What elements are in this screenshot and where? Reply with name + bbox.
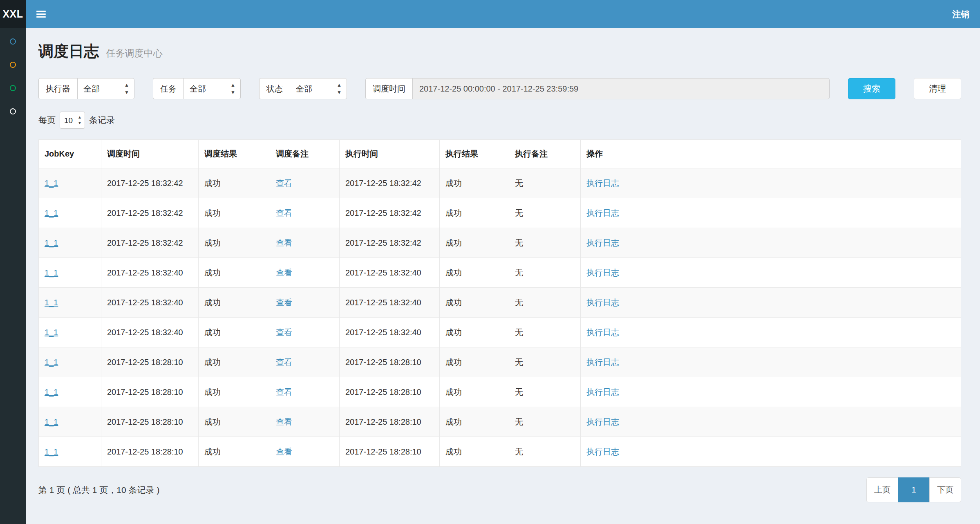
col-header-handle-time[interactable]: 执行时间 xyxy=(340,140,440,168)
page-subtitle: 任务调度中心 xyxy=(106,48,163,58)
action-link[interactable]: 执行日志 xyxy=(586,447,619,456)
table-row: 1_12017-12-25 18:32:42成功查看2017-12-25 18:… xyxy=(39,168,961,198)
col-header-handle-result[interactable]: 执行结果 xyxy=(440,140,509,168)
cell-handle-result: 成功 xyxy=(440,288,509,318)
current-page-button[interactable]: 1 xyxy=(898,477,930,502)
cell-trigger-time: 2017-12-25 18:28:10 xyxy=(101,437,199,467)
cell-trigger-time: 2017-12-25 18:32:42 xyxy=(101,228,199,258)
cell-trigger-result: 成功 xyxy=(199,318,270,347)
cell-trigger-remark: 查看 xyxy=(270,407,340,437)
next-page-button[interactable]: 下页 xyxy=(929,477,961,502)
cell-trigger-remark: 查看 xyxy=(270,258,340,288)
trigger-remark-link[interactable]: 查看 xyxy=(276,238,292,247)
trigger-remark-link[interactable]: 查看 xyxy=(276,298,292,307)
col-header-handle-remark[interactable]: 执行备注 xyxy=(509,140,581,168)
cell-jobkey: 1_1 xyxy=(39,228,101,258)
clear-button[interactable]: 清理 xyxy=(914,78,961,99)
cell-handle-result: 成功 xyxy=(440,228,509,258)
action-link[interactable]: 执行日志 xyxy=(586,328,619,337)
sidebar-item-3[interactable] xyxy=(0,76,26,100)
cell-handle-time: 2017-12-25 18:32:42 xyxy=(340,198,440,228)
trigger-remark-link[interactable]: 查看 xyxy=(276,387,292,396)
top-navbar: XXL 注销 xyxy=(0,0,980,28)
log-table-header: JobKey 调度时间 调度结果 调度备注 执行时间 执行结果 执行备注 操作 xyxy=(39,140,961,168)
action-link[interactable]: 执行日志 xyxy=(586,417,619,426)
jobkey-link[interactable]: 1_1 xyxy=(45,417,58,426)
cell-handle-result: 成功 xyxy=(440,318,509,347)
status-select[interactable]: 全部 xyxy=(290,78,347,99)
navbar-main: 注销 xyxy=(26,0,980,28)
sidebar-item-1[interactable] xyxy=(0,30,26,53)
cell-trigger-time: 2017-12-25 18:32:40 xyxy=(101,258,199,288)
cell-handle-remark: 无 xyxy=(509,168,581,198)
search-button[interactable]: 搜索 xyxy=(848,78,895,99)
cell-action: 执行日志 xyxy=(581,407,961,437)
cell-trigger-result: 成功 xyxy=(199,168,270,198)
cell-trigger-remark: 查看 xyxy=(270,377,340,407)
hamburger-icon xyxy=(36,11,46,12)
col-header-trigger-result[interactable]: 调度结果 xyxy=(199,140,270,168)
cell-handle-result: 成功 xyxy=(440,407,509,437)
cell-trigger-result: 成功 xyxy=(199,407,270,437)
action-link[interactable]: 执行日志 xyxy=(586,358,619,367)
cell-trigger-remark: 查看 xyxy=(270,228,340,258)
col-header-trigger-remark[interactable]: 调度备注 xyxy=(270,140,340,168)
cell-action: 执行日志 xyxy=(581,258,961,288)
cell-action: 执行日志 xyxy=(581,288,961,318)
trigger-remark-link[interactable]: 查看 xyxy=(276,417,292,426)
cell-handle-result: 成功 xyxy=(440,198,509,228)
cell-trigger-time: 2017-12-25 18:28:10 xyxy=(101,347,199,377)
jobkey-link[interactable]: 1_1 xyxy=(45,298,58,307)
trigger-remark-link[interactable]: 查看 xyxy=(276,328,292,337)
executor-select[interactable]: 全部 xyxy=(77,78,134,99)
status-filter-label: 状态 xyxy=(259,78,290,99)
col-header-action[interactable]: 操作 xyxy=(581,140,961,168)
page-size-select[interactable]: 10 xyxy=(60,112,85,129)
cell-handle-time: 2017-12-25 18:32:40 xyxy=(340,318,440,347)
table-row: 1_12017-12-25 18:28:10成功查看2017-12-25 18:… xyxy=(39,377,961,407)
action-link[interactable]: 执行日志 xyxy=(586,298,619,307)
action-link[interactable]: 执行日志 xyxy=(586,208,619,217)
jobkey-link[interactable]: 1_1 xyxy=(45,328,58,337)
cell-action: 执行日志 xyxy=(581,437,961,467)
sidebar-toggle-button[interactable] xyxy=(36,11,46,18)
jobkey-link[interactable]: 1_1 xyxy=(45,238,58,247)
trigger-remark-link[interactable]: 查看 xyxy=(276,268,292,277)
cell-trigger-time: 2017-12-25 18:32:40 xyxy=(101,318,199,347)
sidebar-item-4[interactable] xyxy=(0,100,26,123)
action-link[interactable]: 执行日志 xyxy=(586,268,619,277)
action-link[interactable]: 执行日志 xyxy=(586,387,619,396)
action-link[interactable]: 执行日志 xyxy=(586,179,619,188)
job-select[interactable]: 全部 xyxy=(183,78,241,99)
cell-jobkey: 1_1 xyxy=(39,288,101,318)
trigger-remark-link[interactable]: 查看 xyxy=(276,208,292,217)
sidebar xyxy=(0,28,26,524)
schedule-time-input[interactable] xyxy=(412,78,830,99)
jobkey-link[interactable]: 1_1 xyxy=(45,447,58,456)
logout-link[interactable]: 注销 xyxy=(952,9,969,20)
trigger-remark-link[interactable]: 查看 xyxy=(276,179,292,188)
cell-jobkey: 1_1 xyxy=(39,198,101,228)
cell-trigger-result: 成功 xyxy=(199,258,270,288)
header-row: JobKey 调度时间 调度结果 调度备注 执行时间 执行结果 执行备注 操作 xyxy=(39,140,961,168)
jobkey-link[interactable]: 1_1 xyxy=(45,268,58,277)
jobkey-link[interactable]: 1_1 xyxy=(45,358,58,367)
table-row: 1_12017-12-25 18:32:40成功查看2017-12-25 18:… xyxy=(39,258,961,288)
trigger-remark-link[interactable]: 查看 xyxy=(276,447,292,456)
cell-trigger-remark: 查看 xyxy=(270,288,340,318)
col-header-trigger-time[interactable]: 调度时间 xyxy=(101,140,199,168)
app-logo[interactable]: XXL xyxy=(0,0,26,28)
cell-handle-result: 成功 xyxy=(440,258,509,288)
circle-icon xyxy=(10,108,16,114)
jobkey-link[interactable]: 1_1 xyxy=(45,208,58,217)
jobkey-link[interactable]: 1_1 xyxy=(45,387,58,396)
sidebar-item-2[interactable] xyxy=(0,53,26,76)
trigger-remark-link[interactable]: 查看 xyxy=(276,358,292,367)
col-header-jobkey[interactable]: JobKey xyxy=(39,140,101,168)
cell-handle-result: 成功 xyxy=(440,377,509,407)
prev-page-button[interactable]: 上页 xyxy=(866,477,898,502)
page-size-select-wrap: 10 xyxy=(60,112,85,129)
cell-jobkey: 1_1 xyxy=(39,168,101,198)
jobkey-link[interactable]: 1_1 xyxy=(45,179,58,188)
action-link[interactable]: 执行日志 xyxy=(586,238,619,247)
